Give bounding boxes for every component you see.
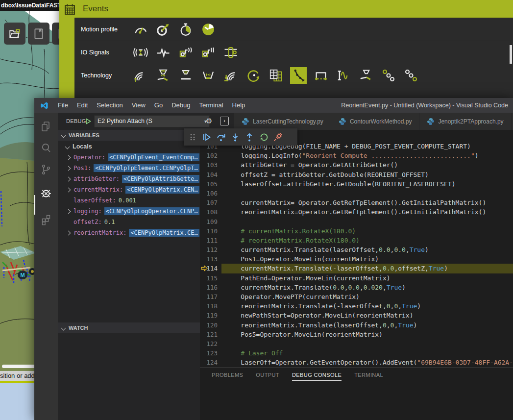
document-save-button[interactable] — [52, 23, 59, 45]
pulse-icon[interactable] — [155, 44, 171, 61]
menu-item[interactable]: Terminal — [195, 98, 227, 113]
code-line[interactable]: 116 currentMatrix.Translate(0.0,0.0,0.02… — [200, 283, 513, 292]
search-icon[interactable] — [40, 142, 52, 154]
start-debug-button[interactable] — [84, 117, 92, 125]
code-line[interactable]: 113 Pos1=Operator.MoveLin(currentMatrix) — [200, 254, 513, 264]
code-line[interactable]: 106 — [200, 189, 513, 198]
code-line[interactable]: 114 currentMatrix.Translate(-laserOffset… — [200, 264, 513, 273]
wobble-icon[interactable] — [335, 67, 352, 84]
events-titlebar[interactable]: Events — [59, 0, 513, 18]
variables-section-header[interactable]: VARIABLES — [58, 130, 200, 141]
drag-handle-icon[interactable] — [188, 132, 197, 142]
chevron-right-icon[interactable] — [66, 176, 71, 181]
variable-row[interactable]: reorientMatrix: <CENPyOlpMatrix.CE… — [58, 227, 200, 238]
code-line[interactable]: 117 Operator.MovePTP(currentMatrix) — [200, 292, 513, 301]
code-line[interactable]: 119 newPathStart=Operator.MoveLin(reorie… — [200, 311, 513, 320]
variable-row[interactable]: attribGetter: <CENPyOlpAttribGette… — [58, 173, 200, 184]
chevron-right-icon[interactable] — [66, 166, 71, 171]
code-editor[interactable]: 101 logging.LogDebug(FILE_NAME + DEBUG_P… — [200, 130, 513, 368]
code-line[interactable]: 112 currentMatrix.Translate(laserOffset,… — [200, 245, 513, 254]
debug-icon[interactable] — [40, 187, 52, 199]
editor-tab[interactable] — [512, 113, 513, 130]
code-line[interactable]: 109 — [200, 217, 513, 226]
waves-approach-icon[interactable] — [222, 67, 239, 84]
chevron-right-icon[interactable] — [66, 155, 71, 160]
step-over-button[interactable] — [216, 132, 226, 142]
menu-item[interactable]: Selection — [92, 98, 127, 113]
source-control-icon[interactable] — [40, 164, 52, 175]
sensor-cup-icon[interactable] — [200, 67, 217, 84]
code-line[interactable]: 104 offsetZ = attribGetter.GetDouble(REO… — [200, 170, 513, 179]
chain-points-end-icon[interactable] — [403, 67, 419, 84]
editor-tab[interactable]: ContourWorkMethod.py — [331, 113, 420, 130]
stopwatch-icon[interactable] — [177, 21, 194, 38]
speed-dial-icon[interactable] — [200, 21, 217, 38]
parameter-table-icon[interactable] — [268, 67, 284, 84]
editor-tab[interactable]: Jenoptik2PTApproach.py — [419, 113, 511, 130]
menu-item[interactable]: Go — [150, 98, 167, 113]
menu-item[interactable]: File — [53, 98, 73, 113]
panel-tab[interactable]: TERMINAL — [354, 372, 383, 381]
code-line[interactable]: 108 reorientMatrix=Operator.GetRefTpElem… — [200, 207, 513, 217]
debug-toolbar[interactable] — [184, 128, 297, 146]
code-line[interactable]: 105 laserOffset=attribGetter.GetDouble(R… — [200, 179, 513, 189]
signal-rise-open-icon[interactable] — [177, 44, 194, 61]
gauge-icon[interactable] — [132, 21, 149, 38]
restart-button[interactable] — [259, 132, 269, 142]
document-button[interactable] — [28, 23, 49, 45]
panel-tab[interactable]: PROBLEMS — [212, 372, 243, 381]
menu-item[interactable]: Edit — [73, 98, 92, 113]
code-line[interactable]: 120 reorientMatrix.Translate(laserOffset… — [200, 321, 513, 330]
nozzle-surface-icon[interactable] — [177, 67, 194, 84]
bridge-gap-icon[interactable] — [313, 67, 329, 84]
explorer-icon[interactable] — [40, 121, 52, 132]
step-into-button[interactable] — [230, 132, 240, 142]
variable-row[interactable]: laserOffset: 0.001 — [58, 195, 200, 206]
code-line[interactable]: 102 logging.LogInfo("Reorient Compute ..… — [200, 151, 513, 160]
code-line[interactable]: 124 LaserOff=Operator.GetEventOperator()… — [200, 358, 513, 367]
variable-row[interactable]: logging: <CENPyOlpLogOperator.CENP… — [58, 206, 200, 217]
wireless-wait-icon[interactable] — [132, 44, 149, 61]
variable-row[interactable]: offsetZ: 0.1 — [58, 217, 200, 227]
menu-item[interactable]: Help — [228, 98, 250, 113]
connector-icon[interactable] — [222, 44, 239, 61]
chevron-right-icon[interactable] — [66, 209, 71, 214]
editor-tab[interactable]: LaserCuttingTechnology.py — [234, 113, 331, 130]
variable-row[interactable]: Pos1: <CENPyOlpTpElement.CENPyOlpT… — [58, 163, 200, 173]
open-folder-button[interactable] — [4, 23, 25, 45]
laser-spark-icon[interactable] — [155, 67, 171, 84]
variable-row[interactable]: Operator: <CENPyOlpEvent_EventComp… — [58, 152, 200, 163]
menu-item[interactable]: View — [127, 98, 150, 113]
disconnect-button[interactable] — [273, 132, 283, 142]
open-debug-console-button[interactable]: › — [220, 117, 229, 125]
technology-waves-icon[interactable] — [132, 67, 149, 84]
step-out-button[interactable] — [244, 132, 254, 142]
watch-section-header[interactable]: WATCH — [58, 322, 200, 333]
viewport-scrollbar[interactable] — [2, 365, 37, 368]
variable-row[interactable]: currentMatrix: <CENPyOlpMatrix.CEN… — [58, 184, 200, 195]
chain-points-icon[interactable] — [380, 67, 397, 84]
rotate-point-icon[interactable] — [245, 67, 262, 84]
target-dart-icon[interactable] — [155, 21, 171, 38]
code-line[interactable]: 122 — [200, 339, 513, 348]
code-line[interactable]: 121 Pos5=Operator.MoveLin(reorientMatrix… — [200, 330, 513, 339]
code-line[interactable]: 103 attribGetter = Operator.GetAttribGet… — [200, 160, 513, 170]
code-line[interactable]: 118 reorientMatrix.Translate(-laserOffse… — [200, 301, 513, 311]
chevron-right-icon[interactable] — [66, 187, 71, 192]
menu-item[interactable]: Debug — [167, 98, 195, 113]
code-line[interactable]: 123 # Laser Off — [200, 348, 513, 358]
reorient-path-icon[interactable] — [290, 67, 307, 84]
scope-locals[interactable]: Locals — [58, 141, 200, 152]
extensions-icon[interactable] — [40, 214, 52, 225]
continue-button[interactable] — [202, 132, 212, 142]
debug-config-dropdown[interactable]: E2 Python Attach (S ▾ — [94, 115, 210, 127]
code-line[interactable]: 110 # currentMatrix.RotateX(180.0) — [200, 226, 513, 236]
signal-rise-close-icon[interactable] — [200, 44, 217, 61]
code-line[interactable]: 111 # reorientMatrix.RotateX(180.0) — [200, 236, 513, 245]
panel-tab[interactable]: OUTPUT — [256, 372, 279, 381]
code-line[interactable]: 107 currentMatrix= Operator.GetRefTpElem… — [200, 198, 513, 207]
nozzle-tilt-icon[interactable] — [358, 67, 374, 84]
vscode-titlebar[interactable]: FileEditSelectionViewGoDebugTerminalHelp… — [34, 98, 513, 113]
events-scrollbar[interactable] — [510, 45, 512, 64]
chevron-right-icon[interactable] — [66, 230, 71, 235]
